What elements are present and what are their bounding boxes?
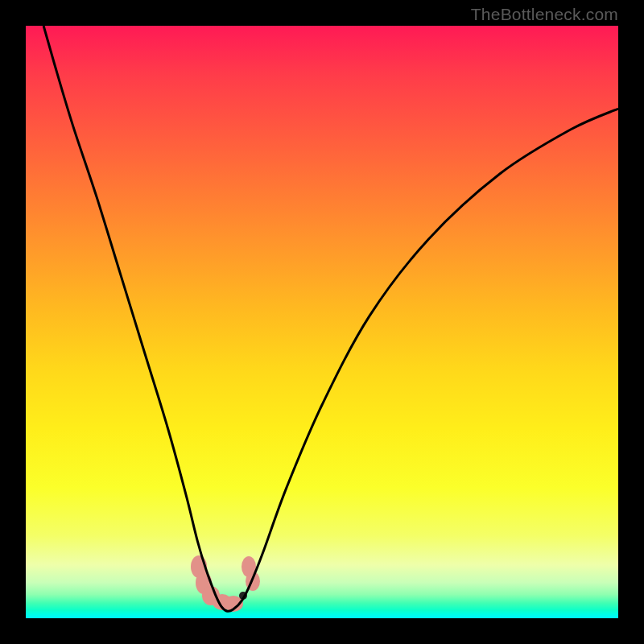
curve-layer bbox=[26, 26, 618, 618]
plot-area bbox=[26, 26, 618, 618]
chart-frame: TheBottleneck.com bbox=[0, 0, 644, 644]
attribution-text: TheBottleneck.com bbox=[471, 5, 618, 24]
bottleneck-curve bbox=[43, 26, 618, 611]
